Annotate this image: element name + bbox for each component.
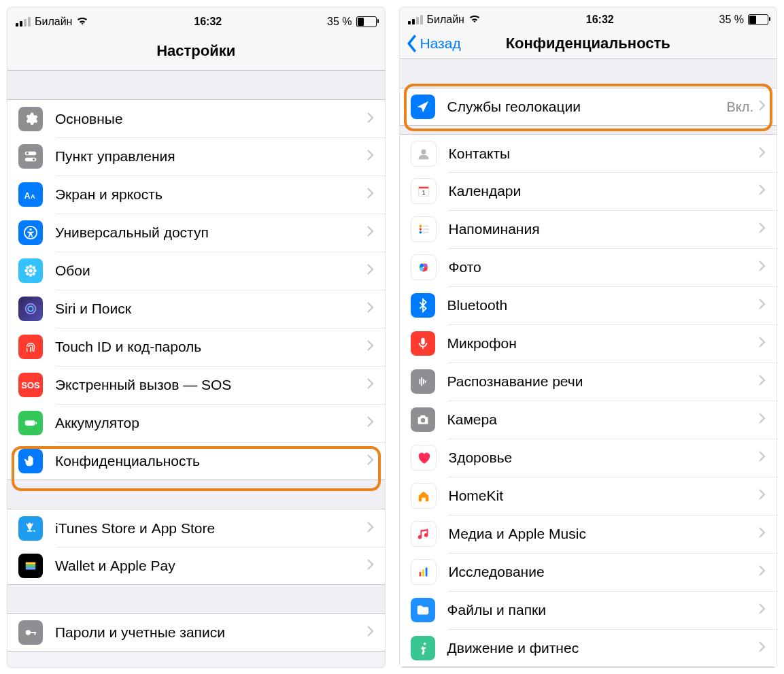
battery-percent: 35 % [327, 16, 352, 28]
chevron-right-icon [759, 375, 766, 388]
settings-list: Основные Пункт управления AA Экран и ярк… [7, 71, 385, 652]
chevron-right-icon [759, 527, 766, 541]
chevron-right-icon [367, 626, 374, 639]
status-time: 16:32 [481, 14, 719, 26]
svg-rect-22 [26, 565, 36, 567]
battery-icon [748, 14, 768, 25]
chevron-right-icon [367, 226, 374, 239]
row-label: Контакты [449, 146, 760, 162]
row-touchid[interactable]: Touch ID и код-пароль [7, 328, 385, 366]
row-itunes[interactable]: iTunes Store и App Store [7, 509, 385, 547]
row-location[interactable]: Службы геолокации Вкл. [400, 88, 777, 126]
row-files[interactable]: Файлы и папки [400, 591, 777, 629]
svg-rect-20 [35, 422, 37, 424]
chevron-right-icon [367, 522, 374, 535]
chevron-right-icon [759, 184, 766, 198]
row-accessibility[interactable]: Универсальный доступ [7, 214, 385, 252]
row-research[interactable]: Исследование [400, 553, 777, 591]
chevron-right-icon [367, 150, 374, 163]
svg-point-13 [26, 266, 29, 269]
chart-icon [411, 559, 437, 585]
row-contacts[interactable]: Контакты [400, 134, 777, 172]
row-sos[interactable]: SOS Экстренный вызов — SOS [7, 366, 385, 404]
svg-rect-23 [26, 567, 36, 569]
row-label: Аккумулятор [55, 415, 367, 431]
row-battery[interactable]: Аккумулятор [7, 404, 385, 442]
row-label: Универсальный доступ [55, 224, 367, 241]
chevron-right-icon [367, 264, 374, 277]
chevron-right-icon [759, 299, 766, 312]
chevron-right-icon [759, 147, 766, 161]
back-label: Назад [420, 35, 461, 52]
row-passwords[interactable]: Пароли и учетные записи [7, 613, 385, 652]
row-health[interactable]: Здоровье [400, 439, 777, 477]
text-size-icon: AA [18, 182, 43, 207]
row-label: Основные [55, 111, 367, 127]
screen-settings: Билайн 16:32 35 % Настройки Основные Пун… [7, 7, 386, 668]
svg-point-41 [420, 264, 424, 268]
svg-rect-34 [423, 226, 428, 227]
toggles-icon [18, 144, 43, 169]
svg-point-46 [420, 418, 424, 422]
row-display[interactable]: AA Экран и яркость [7, 175, 385, 214]
row-label: Службы геолокации [447, 99, 727, 115]
row-speech[interactable]: Распознавание речи [400, 363, 777, 401]
battery-icon [18, 411, 43, 435]
row-label: Bluetooth [447, 297, 760, 314]
svg-point-10 [29, 273, 33, 277]
row-label: Обои [55, 263, 367, 279]
row-label: Календари [449, 183, 760, 199]
waveform-icon [411, 369, 435, 394]
row-wallpaper[interactable]: Обои [7, 252, 385, 290]
svg-point-9 [29, 265, 33, 268]
row-label: Микрофон [447, 335, 760, 352]
chevron-right-icon [759, 641, 766, 655]
running-icon [411, 636, 435, 660]
svg-point-3 [33, 158, 35, 161]
wallet-icon [18, 554, 43, 578]
svg-text:1: 1 [422, 190, 425, 196]
row-reminders[interactable]: Напоминания [400, 210, 777, 248]
row-bluetooth[interactable]: Bluetooth [400, 286, 777, 324]
row-label: Фото [449, 259, 760, 275]
row-media[interactable]: Медиа и Apple Music [400, 515, 777, 553]
svg-point-27 [421, 149, 426, 154]
reminders-icon [411, 216, 437, 242]
row-microphone[interactable]: Микрофон [400, 324, 777, 363]
navbar: Назад Конфиденциальность [400, 28, 777, 59]
row-privacy[interactable]: Конфиденциальность [7, 442, 385, 480]
svg-rect-47 [419, 572, 421, 576]
svg-point-17 [26, 304, 36, 314]
row-homekit[interactable]: HomeKit [400, 477, 777, 515]
folder-icon [411, 598, 435, 622]
back-button[interactable]: Назад [407, 35, 461, 52]
svg-rect-26 [35, 632, 36, 635]
row-photos[interactable]: Фото [400, 248, 777, 286]
privacy-list: Службы геолокации Вкл. Контакты 1 Календ… [400, 59, 777, 667]
row-motion[interactable]: Движение и фитнес [400, 629, 777, 667]
svg-rect-48 [422, 569, 424, 576]
svg-point-24 [26, 630, 31, 635]
svg-point-50 [423, 642, 426, 645]
chevron-right-icon [759, 451, 766, 465]
row-label: Пункт управления [55, 148, 367, 165]
row-wallet[interactable]: Wallet и Apple Pay [7, 547, 385, 585]
row-siri[interactable]: Siri и Поиск [7, 290, 385, 328]
screen-privacy: Билайн 16:32 35 % Назад Конфиденциальнос… [399, 7, 778, 668]
row-camera[interactable]: Камера [400, 401, 777, 439]
music-icon [411, 521, 437, 547]
svg-point-8 [29, 269, 33, 273]
svg-point-7 [29, 229, 31, 231]
status-bar: Билайн 16:32 35 % [400, 7, 777, 28]
chevron-right-icon [367, 378, 374, 392]
row-label: Файлы и папки [447, 602, 760, 618]
microphone-icon [411, 331, 435, 356]
chevron-right-icon [367, 112, 374, 126]
row-label: Touch ID и код-пароль [55, 339, 367, 355]
row-label: Экран и яркость [55, 186, 367, 203]
row-calendar[interactable]: 1 Календари [400, 172, 777, 210]
status-time: 16:32 [88, 16, 327, 28]
row-general[interactable]: Основные [7, 99, 385, 137]
svg-point-44 [420, 267, 424, 271]
row-control-center[interactable]: Пункт управления [7, 137, 385, 175]
